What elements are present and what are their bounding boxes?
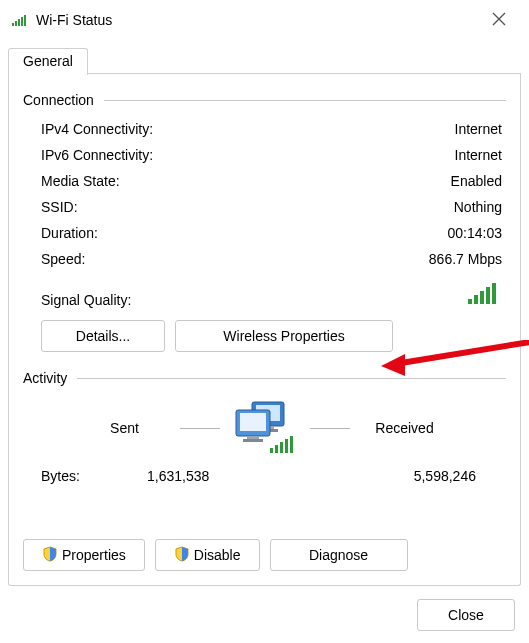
svg-rect-22 (290, 436, 293, 453)
svg-rect-0 (12, 23, 14, 26)
wireless-properties-button[interactable]: Wireless Properties (175, 320, 393, 352)
window-title: Wi-Fi Status (36, 12, 112, 28)
duration-value: 00:14:03 (448, 225, 503, 241)
ipv6-label: IPv6 Connectivity: (41, 147, 153, 163)
signal-quality-icon (468, 281, 502, 308)
svg-rect-19 (275, 445, 278, 453)
wifi-signal-icon (10, 13, 30, 27)
svg-rect-9 (492, 283, 496, 304)
ssid-value: Nothing (454, 199, 502, 215)
received-bytes-value: 5,598,246 (414, 468, 476, 484)
received-label: Received (360, 420, 450, 436)
sent-label: Sent (80, 420, 170, 436)
duration-label: Duration: (41, 225, 98, 241)
network-activity-icon (230, 400, 300, 456)
bytes-label: Bytes: (41, 468, 80, 484)
svg-rect-1 (15, 21, 17, 26)
disable-button[interactable]: Disable (155, 539, 260, 571)
close-icon[interactable] (479, 10, 519, 31)
shield-icon (174, 546, 190, 565)
ipv4-value: Internet (455, 121, 502, 137)
sent-bytes-value: 1,631,538 (147, 468, 209, 484)
svg-rect-4 (24, 15, 26, 26)
svg-rect-20 (280, 442, 283, 453)
speed-value: 866.7 Mbps (429, 251, 502, 267)
properties-button-label: Properties (62, 547, 126, 563)
connection-group-label: Connection (23, 92, 94, 108)
ipv6-value: Internet (455, 147, 502, 163)
svg-rect-6 (474, 295, 478, 304)
disable-button-label: Disable (194, 547, 241, 563)
close-button[interactable]: Close (417, 599, 515, 631)
ipv4-label: IPv4 Connectivity: (41, 121, 153, 137)
svg-rect-21 (285, 439, 288, 453)
svg-rect-17 (243, 439, 263, 442)
details-button[interactable]: Details... (41, 320, 165, 352)
diagnose-button[interactable]: Diagnose (270, 539, 408, 571)
svg-rect-16 (247, 436, 259, 439)
svg-rect-15 (240, 413, 266, 431)
ssid-label: SSID: (41, 199, 78, 215)
media-state-label: Media State: (41, 173, 120, 189)
properties-button[interactable]: Properties (23, 539, 145, 571)
svg-rect-7 (480, 291, 484, 304)
svg-rect-3 (21, 17, 23, 26)
svg-rect-18 (270, 448, 273, 453)
tab-general[interactable]: General (8, 48, 88, 75)
shield-icon (42, 546, 58, 565)
svg-rect-2 (18, 19, 20, 26)
signal-quality-label: Signal Quality: (41, 292, 131, 308)
speed-label: Speed: (41, 251, 85, 267)
svg-rect-5 (468, 299, 472, 304)
svg-rect-8 (486, 287, 490, 304)
media-state-value: Enabled (451, 173, 502, 189)
activity-group-label: Activity (23, 370, 67, 386)
